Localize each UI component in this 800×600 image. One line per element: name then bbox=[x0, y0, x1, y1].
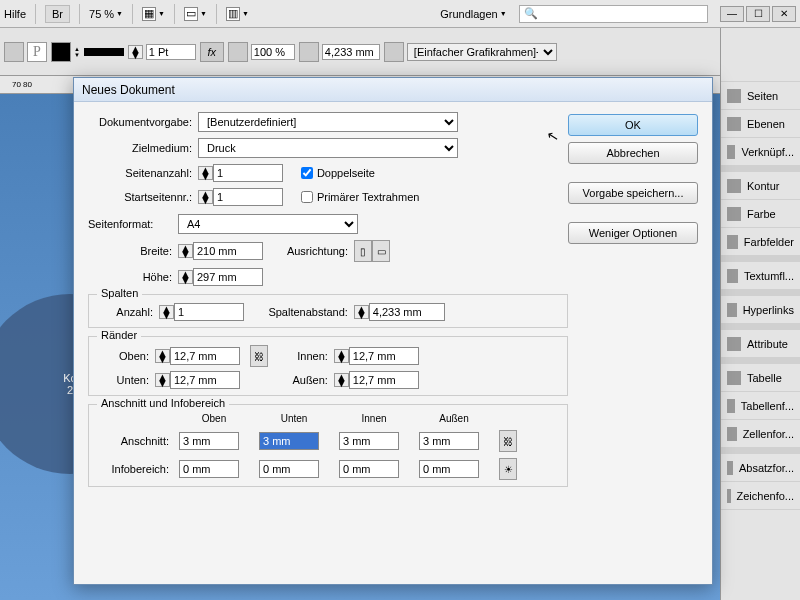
label-start: Startseitennr.: bbox=[88, 191, 198, 203]
slug-outside[interactable] bbox=[419, 460, 479, 478]
preset-select[interactable]: [Benutzerdefiniert] bbox=[198, 112, 458, 132]
panel-seiten[interactable]: Seiten bbox=[721, 82, 800, 110]
slug-inside[interactable] bbox=[339, 460, 399, 478]
table-icon bbox=[727, 371, 741, 385]
pages-spinner[interactable]: ▲▼ bbox=[198, 166, 213, 180]
panel-absatzformate[interactable]: Absatzfor... bbox=[721, 454, 800, 482]
panel-farbe[interactable]: Farbe bbox=[721, 200, 800, 228]
panel-textumfluss[interactable]: Textumfl... bbox=[721, 262, 800, 290]
control-panel: P ▲▼ ▲▼ fx [Einfacher Grafikrahmen]+ bbox=[0, 28, 800, 76]
pointer-icon[interactable] bbox=[4, 42, 24, 62]
menubar: Hilfe Br 75 %▼ ▦▼ ▭▼ ▥▼ Grundlagen▼ 🔍 — … bbox=[0, 0, 800, 28]
object-style-select[interactable]: [Einfacher Grafikrahmen]+ bbox=[407, 43, 557, 61]
bridge-button[interactable]: Br bbox=[45, 5, 70, 23]
facing-pages-checkbox[interactable] bbox=[301, 167, 313, 179]
slug-link-icon[interactable]: ☀ bbox=[499, 458, 517, 480]
search-input[interactable] bbox=[538, 7, 703, 21]
cancel-button[interactable]: Abbrechen bbox=[568, 142, 698, 164]
screen-mode[interactable]: ▭▼ bbox=[184, 7, 207, 21]
start-spinner[interactable]: ▲▼ bbox=[198, 190, 213, 204]
table-styles-icon bbox=[727, 399, 735, 413]
mtop-spin[interactable]: ▲▼ bbox=[155, 349, 170, 363]
measure-icon[interactable] bbox=[299, 42, 319, 62]
align-icon[interactable] bbox=[228, 42, 248, 62]
slug-top[interactable] bbox=[179, 460, 239, 478]
window-maximize[interactable]: ☐ bbox=[746, 6, 770, 22]
frame-icon[interactable] bbox=[384, 42, 404, 62]
page-size-select[interactable]: A4 bbox=[178, 214, 358, 234]
view-options-1[interactable]: ▦▼ bbox=[142, 7, 165, 21]
help-search[interactable]: 🔍 bbox=[519, 5, 708, 23]
stroke-weight[interactable] bbox=[146, 44, 196, 60]
zoom-dropdown[interactable]: 75 %▼ bbox=[89, 8, 123, 20]
orient-portrait[interactable]: ▯ bbox=[354, 240, 372, 262]
ok-button[interactable]: OK bbox=[568, 114, 698, 136]
help-menu[interactable]: Hilfe bbox=[4, 8, 26, 20]
hdr-outside: Außen bbox=[419, 413, 489, 424]
percent-input[interactable] bbox=[251, 44, 295, 60]
panel-tabellenformate[interactable]: Tabellenf... bbox=[721, 392, 800, 420]
fewer-options-button[interactable]: Weniger Optionen bbox=[568, 222, 698, 244]
min-spin[interactable]: ▲▼ bbox=[334, 349, 349, 363]
attributes-icon bbox=[727, 337, 741, 351]
margin-inside-input[interactable] bbox=[349, 347, 419, 365]
fill-swatch[interactable] bbox=[51, 42, 71, 62]
legend-bleed: Anschnitt und Infobereich bbox=[97, 397, 229, 409]
margin-top-input[interactable] bbox=[170, 347, 240, 365]
bleed-top[interactable] bbox=[179, 432, 239, 450]
panel-attribute[interactable]: Attribute bbox=[721, 330, 800, 358]
measure-input[interactable] bbox=[322, 44, 380, 60]
bleed-inside[interactable] bbox=[339, 432, 399, 450]
pages-input[interactable] bbox=[213, 164, 283, 182]
panel-hyperlinks[interactable]: Hyperlinks bbox=[721, 296, 800, 324]
mbot-spin[interactable]: ▲▼ bbox=[155, 373, 170, 387]
stroke-style[interactable] bbox=[84, 48, 124, 56]
width-input[interactable] bbox=[193, 242, 263, 260]
intent-select[interactable]: Druck bbox=[198, 138, 458, 158]
margins-link-icon[interactable]: ⛓ bbox=[250, 345, 268, 367]
panel-ebenen[interactable]: Ebenen bbox=[721, 110, 800, 138]
margin-outside-input[interactable] bbox=[349, 371, 419, 389]
orient-landscape[interactable]: ▭ bbox=[372, 240, 390, 262]
gutter-input[interactable] bbox=[369, 303, 445, 321]
panel-kontur[interactable]: Kontur bbox=[721, 172, 800, 200]
save-preset-button[interactable]: Vorgabe speichern... bbox=[568, 182, 698, 204]
links-icon bbox=[727, 145, 735, 159]
height-spinner[interactable]: ▲▼ bbox=[178, 270, 193, 284]
workspace-dropdown[interactable]: Grundlagen▼ bbox=[440, 8, 506, 20]
bleed-bottom[interactable] bbox=[259, 432, 319, 450]
master-text-frame-checkbox[interactable] bbox=[301, 191, 313, 203]
panel-verknuepf[interactable]: Verknüpf... bbox=[721, 138, 800, 166]
bleed-link-icon[interactable]: ⛓ bbox=[499, 430, 517, 452]
panel-zellenformate[interactable]: Zellenfor... bbox=[721, 420, 800, 448]
label-mtf: Primärer Textrahmen bbox=[317, 191, 420, 203]
count-spinner[interactable]: ▲▼ bbox=[159, 305, 174, 319]
label-top: Oben: bbox=[99, 350, 155, 362]
columns-input[interactable] bbox=[174, 303, 244, 321]
panel-zeichenformate[interactable]: Zeichenfo... bbox=[721, 482, 800, 510]
arrange-docs[interactable]: ▥▼ bbox=[226, 7, 249, 21]
panel-tabelle[interactable]: Tabelle bbox=[721, 364, 800, 392]
height-input[interactable] bbox=[193, 268, 263, 286]
swatches-icon bbox=[727, 235, 738, 249]
gutter-spinner[interactable]: ▲▼ bbox=[354, 305, 369, 319]
label-inside: Innen: bbox=[278, 350, 334, 362]
dialog-title: Neues Dokument bbox=[74, 78, 712, 102]
hdr-bottom: Unten bbox=[259, 413, 329, 424]
fx-icon[interactable]: fx bbox=[200, 42, 224, 62]
label-bottom: Unten: bbox=[99, 374, 155, 386]
margin-bottom-input[interactable] bbox=[170, 371, 240, 389]
type-tool-icon[interactable]: P bbox=[27, 42, 47, 62]
window-minimize[interactable]: — bbox=[720, 6, 744, 22]
slug-bottom[interactable] bbox=[259, 460, 319, 478]
mout-spin[interactable]: ▲▼ bbox=[334, 373, 349, 387]
window-close[interactable]: ✕ bbox=[772, 6, 796, 22]
label-bleed-row: Anschnitt: bbox=[99, 435, 169, 447]
pages-icon bbox=[727, 89, 741, 103]
width-spinner[interactable]: ▲▼ bbox=[178, 244, 193, 258]
panel-farbfelder[interactable]: Farbfelder bbox=[721, 228, 800, 256]
bleed-outside[interactable] bbox=[419, 432, 479, 450]
hdr-inside: Innen bbox=[339, 413, 409, 424]
cell-styles-icon bbox=[727, 427, 737, 441]
start-input[interactable] bbox=[213, 188, 283, 206]
